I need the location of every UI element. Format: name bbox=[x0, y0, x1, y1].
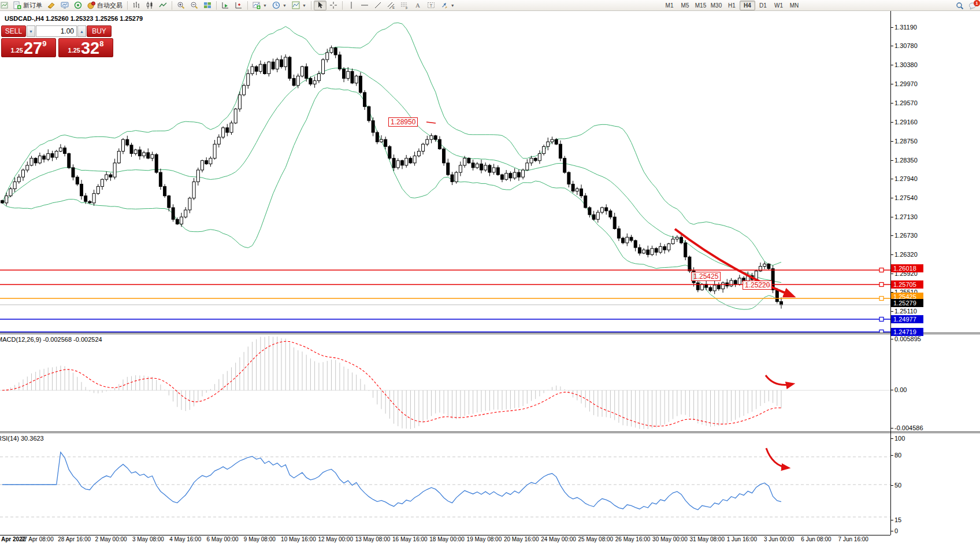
timeframe-h4[interactable]: H4 bbox=[740, 1, 755, 10]
svg-text:A: A bbox=[415, 2, 420, 9]
date-label: 13 May 08:00 bbox=[355, 536, 391, 542]
rsi-label: RSI(14) 30.3623 bbox=[0, 435, 44, 442]
buy-price-box[interactable]: 1.25 32 8 bbox=[58, 38, 113, 57]
buy-button[interactable]: BUY bbox=[87, 25, 112, 37]
date-label: 19 May 08:00 bbox=[467, 536, 502, 542]
timeframe-toolbar: M1M5M15M30H1H4D1W1MN bbox=[662, 1, 802, 10]
price-tick-label: 1.29570 bbox=[894, 99, 918, 106]
rsi-panel-canvas[interactable] bbox=[0, 433, 890, 535]
price-tick-label: 1.26320 bbox=[894, 251, 918, 258]
zoom-out-icon bbox=[190, 1, 198, 9]
date-label: 24 May 00:00 bbox=[541, 536, 576, 542]
rsi-name: RSI(14) bbox=[0, 435, 19, 442]
date-label: 7 Jun 16:00 bbox=[838, 536, 868, 542]
timeframe-m5[interactable]: M5 bbox=[677, 1, 693, 10]
auto-trading-label: 自动交易 bbox=[97, 1, 122, 10]
timeframe-w1[interactable]: W1 bbox=[771, 1, 786, 10]
volume-decrease-button[interactable]: ▼ bbox=[27, 25, 35, 37]
dropdown-caret: ▼ bbox=[283, 3, 287, 8]
date-label: 6 May 00:00 bbox=[207, 536, 239, 542]
buy-price-small: 1.25 bbox=[68, 47, 80, 54]
cursor-tool-button[interactable] bbox=[314, 1, 326, 10]
rsi-tick-label: 15 bbox=[894, 516, 901, 523]
sell-button[interactable]: SELL bbox=[1, 25, 26, 37]
timeframe-h1[interactable]: H1 bbox=[724, 1, 740, 10]
buy-price-big: 32 bbox=[81, 40, 99, 56]
trend-arrow[interactable] bbox=[766, 375, 793, 385]
vertical-line-icon bbox=[347, 1, 355, 9]
timeframe-m30[interactable]: M30 bbox=[708, 1, 724, 10]
rsi-tick-label: 50 bbox=[894, 482, 901, 489]
volume-increase-button[interactable]: ▲ bbox=[77, 25, 86, 37]
main-chart-canvas[interactable] bbox=[0, 11, 890, 333]
line-handle bbox=[879, 283, 884, 287]
date-label: 30 May 00:00 bbox=[652, 536, 688, 542]
new-order-button[interactable]: 新订单 bbox=[11, 1, 44, 10]
zoom-in-button[interactable] bbox=[175, 1, 187, 10]
panel-separator[interactable] bbox=[0, 431, 980, 433]
horizontal-line-tool-button[interactable] bbox=[358, 1, 371, 10]
rsi-tick-label: 0 bbox=[894, 527, 898, 534]
price-tick-label: 1.28350 bbox=[894, 157, 918, 164]
text-label-tool-button[interactable]: T bbox=[425, 1, 437, 10]
arrows-tool-button[interactable]: ▼ bbox=[438, 1, 457, 10]
date-label: 31 May 08:00 bbox=[689, 536, 725, 542]
zoom-out-button[interactable] bbox=[188, 1, 201, 10]
fibonacci-tool-button[interactable]: F bbox=[398, 1, 411, 10]
date-label: 16 May 16:00 bbox=[392, 536, 428, 542]
tile-windows-button[interactable] bbox=[201, 1, 214, 10]
buy-price-sup: 8 bbox=[99, 39, 103, 48]
date-label: 2 May 00:00 bbox=[95, 536, 127, 542]
date-label: 25 May 08:00 bbox=[578, 536, 614, 542]
price-badge: 1.26018 bbox=[891, 264, 923, 272]
bar-chart-icon bbox=[132, 1, 140, 9]
templates-button[interactable]: ▼ bbox=[289, 1, 309, 10]
time-axis: Apr 202227 Apr 08:0028 Apr 16:002 May 00… bbox=[0, 536, 980, 543]
date-label: 6 Jun 08:00 bbox=[801, 536, 831, 542]
date-label: 10 May 16:00 bbox=[281, 536, 316, 542]
timeframe-mn[interactable]: MN bbox=[786, 1, 802, 10]
text-tool-button[interactable]: A bbox=[411, 1, 424, 10]
price-tick-label: 1.31190 bbox=[894, 24, 917, 31]
timeframe-m1[interactable]: M1 bbox=[662, 1, 677, 10]
one-click-trading-panel: SELL ▼ ▲ BUY 1.25 27 9 1.25 32 8 bbox=[1, 25, 113, 57]
indicators-button[interactable]: ▼ bbox=[250, 1, 269, 10]
auto-trading-button[interactable]: 自动交易 bbox=[85, 1, 125, 10]
market-watch-icon bbox=[61, 1, 69, 9]
search-icon[interactable] bbox=[956, 2, 964, 10]
signal-icon bbox=[74, 1, 82, 9]
eraser-button[interactable] bbox=[45, 1, 58, 10]
auto-scroll-button[interactable] bbox=[219, 1, 232, 10]
mt4-terminal: 新订单 自动交易 bbox=[0, 0, 980, 543]
price-tick-label: 1.29160 bbox=[894, 119, 918, 125]
eraser-icon bbox=[47, 1, 55, 9]
market-watch-button[interactable] bbox=[58, 1, 71, 10]
candlestick-chart-button[interactable] bbox=[143, 1, 156, 10]
channel-tool-button[interactable]: E bbox=[385, 1, 398, 10]
signal-button[interactable] bbox=[72, 1, 84, 10]
timeframe-m15[interactable]: M15 bbox=[693, 1, 708, 10]
rsi-tick-label: 100 bbox=[894, 435, 905, 442]
panel-separator[interactable] bbox=[0, 333, 980, 334]
timeframe-d1[interactable]: D1 bbox=[755, 1, 771, 10]
macd-panel-canvas[interactable] bbox=[0, 334, 890, 431]
toolbar-separator bbox=[342, 1, 343, 10]
chart-shift-button[interactable] bbox=[232, 1, 245, 10]
bar-chart-button[interactable] bbox=[130, 1, 143, 10]
trend-arrow[interactable] bbox=[675, 229, 793, 296]
periods-button[interactable]: ▼ bbox=[270, 1, 289, 10]
sell-price-box[interactable]: 1.25 27 9 bbox=[1, 38, 56, 57]
line-chart-button[interactable] bbox=[157, 1, 169, 10]
crosshair-tool-button[interactable] bbox=[327, 1, 340, 10]
volume-input[interactable] bbox=[36, 25, 77, 37]
time-axis-border bbox=[0, 535, 890, 535]
price-badge: 1.25279 bbox=[891, 299, 923, 307]
trendline-tool-button[interactable] bbox=[372, 1, 384, 10]
date-label: 3 May 08:00 bbox=[132, 536, 164, 542]
notifications-button[interactable]: 1 bbox=[968, 2, 977, 10]
trend-arrow[interactable] bbox=[766, 448, 788, 468]
date-label: 26 May 16:00 bbox=[615, 536, 651, 542]
auto-scroll-icon bbox=[221, 1, 229, 9]
macd-tick-label: 0.00 bbox=[894, 386, 907, 393]
vertical-line-tool-button[interactable] bbox=[345, 1, 358, 10]
